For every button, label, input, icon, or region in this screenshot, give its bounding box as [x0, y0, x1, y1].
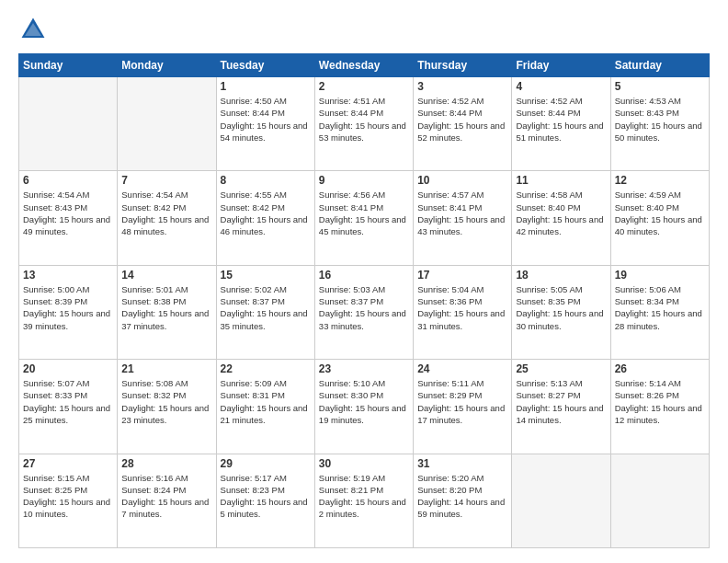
calendar-cell: 3Sunrise: 4:52 AMSunset: 8:44 PMDaylight…: [414, 77, 512, 171]
calendar-cell: 31Sunrise: 5:20 AMSunset: 8:20 PMDayligh…: [414, 454, 512, 547]
cell-details: Sunrise: 4:50 AMSunset: 8:44 PMDaylight:…: [221, 95, 311, 144]
calendar-cell: [610, 454, 709, 547]
cell-details: Sunrise: 4:56 AMSunset: 8:41 PMDaylight:…: [319, 189, 409, 237]
calendar-cell: 27Sunrise: 5:15 AMSunset: 8:25 PMDayligh…: [19, 454, 118, 547]
day-number: 24: [417, 362, 507, 375]
day-number: 12: [615, 174, 705, 187]
calendar-cell: [118, 77, 216, 171]
weekday-header: Sunday: [19, 54, 118, 77]
day-number: 16: [319, 269, 409, 282]
cell-details: Sunrise: 5:13 AMSunset: 8:27 PMDaylight:…: [516, 377, 606, 426]
weekday-header: Friday: [512, 54, 610, 77]
day-number: 2: [319, 80, 409, 93]
day-number: 11: [516, 174, 606, 187]
day-number: 20: [23, 362, 113, 375]
cell-details: Sunrise: 4:52 AMSunset: 8:44 PMDaylight:…: [516, 95, 606, 144]
cell-details: Sunrise: 5:09 AMSunset: 8:31 PMDaylight:…: [221, 377, 311, 426]
calendar-cell: 19Sunrise: 5:06 AMSunset: 8:34 PMDayligh…: [610, 265, 709, 359]
calendar-cell: 18Sunrise: 5:05 AMSunset: 8:35 PMDayligh…: [512, 265, 610, 359]
calendar-cell: 17Sunrise: 5:04 AMSunset: 8:36 PMDayligh…: [414, 265, 512, 359]
day-number: 25: [516, 362, 606, 375]
calendar-cell: 15Sunrise: 5:02 AMSunset: 8:37 PMDayligh…: [216, 265, 314, 359]
day-number: 21: [121, 362, 211, 375]
calendar-cell: [512, 454, 610, 547]
day-number: 4: [516, 80, 606, 93]
weekday-header: Monday: [118, 54, 216, 77]
calendar-week-row: 13Sunrise: 5:00 AMSunset: 8:39 PMDayligh…: [19, 265, 710, 359]
cell-details: Sunrise: 4:53 AMSunset: 8:43 PMDaylight:…: [615, 95, 705, 144]
calendar-week-row: 1Sunrise: 4:50 AMSunset: 8:44 PMDaylight…: [19, 77, 710, 171]
day-number: 7: [121, 174, 211, 187]
day-number: 6: [23, 174, 113, 187]
cell-details: Sunrise: 5:04 AMSunset: 8:36 PMDaylight:…: [417, 283, 507, 332]
cell-details: Sunrise: 5:03 AMSunset: 8:37 PMDaylight:…: [319, 283, 409, 332]
day-number: 13: [23, 269, 113, 282]
logo-icon: [18, 15, 48, 44]
cell-details: Sunrise: 5:19 AMSunset: 8:21 PMDaylight:…: [319, 472, 409, 521]
cell-details: Sunrise: 5:20 AMSunset: 8:20 PMDaylight:…: [417, 472, 507, 521]
calendar-cell: 1Sunrise: 4:50 AMSunset: 8:44 PMDaylight…: [216, 77, 314, 171]
day-number: 27: [23, 457, 113, 470]
calendar-week-row: 27Sunrise: 5:15 AMSunset: 8:25 PMDayligh…: [19, 454, 710, 547]
day-number: 18: [516, 269, 606, 282]
day-number: 22: [221, 362, 311, 375]
calendar-cell: 13Sunrise: 5:00 AMSunset: 8:39 PMDayligh…: [19, 265, 118, 359]
day-number: 5: [615, 80, 705, 93]
day-number: 26: [615, 362, 705, 375]
calendar-cell: 7Sunrise: 4:54 AMSunset: 8:42 PMDaylight…: [118, 171, 216, 265]
day-number: 28: [121, 457, 211, 470]
calendar-cell: 14Sunrise: 5:01 AMSunset: 8:38 PMDayligh…: [118, 265, 216, 359]
calendar-table: SundayMondayTuesdayWednesdayThursdayFrid…: [18, 53, 710, 548]
day-number: 30: [319, 457, 409, 470]
cell-details: Sunrise: 5:06 AMSunset: 8:34 PMDaylight:…: [615, 283, 705, 332]
cell-details: Sunrise: 5:01 AMSunset: 8:38 PMDaylight:…: [121, 283, 211, 332]
day-number: 19: [615, 269, 705, 282]
weekday-header: Tuesday: [216, 54, 314, 77]
cell-details: Sunrise: 4:52 AMSunset: 8:44 PMDaylight:…: [417, 95, 507, 144]
calendar-cell: 5Sunrise: 4:53 AMSunset: 8:43 PMDaylight…: [610, 77, 709, 171]
weekday-header: Saturday: [610, 54, 709, 77]
calendar-cell: 26Sunrise: 5:14 AMSunset: 8:26 PMDayligh…: [610, 360, 709, 454]
cell-details: Sunrise: 5:17 AMSunset: 8:23 PMDaylight:…: [221, 472, 311, 521]
calendar-cell: 12Sunrise: 4:59 AMSunset: 8:40 PMDayligh…: [610, 171, 709, 265]
calendar-cell: 30Sunrise: 5:19 AMSunset: 8:21 PMDayligh…: [314, 454, 413, 547]
cell-details: Sunrise: 5:10 AMSunset: 8:30 PMDaylight:…: [319, 377, 409, 426]
calendar-cell: 25Sunrise: 5:13 AMSunset: 8:27 PMDayligh…: [512, 360, 610, 454]
day-number: 15: [221, 269, 311, 282]
day-number: 3: [417, 80, 507, 93]
calendar-cell: 20Sunrise: 5:07 AMSunset: 8:33 PMDayligh…: [19, 360, 118, 454]
cell-details: Sunrise: 5:11 AMSunset: 8:29 PMDaylight:…: [417, 377, 507, 426]
day-number: 10: [417, 174, 507, 187]
day-number: 31: [417, 457, 507, 470]
page: SundayMondayTuesdayWednesdayThursdayFrid…: [0, 0, 728, 563]
cell-details: Sunrise: 5:08 AMSunset: 8:32 PMDaylight:…: [121, 377, 211, 426]
calendar-week-row: 6Sunrise: 4:54 AMSunset: 8:43 PMDaylight…: [19, 171, 710, 265]
day-number: 14: [121, 269, 211, 282]
cell-details: Sunrise: 4:54 AMSunset: 8:43 PMDaylight:…: [23, 189, 113, 237]
calendar-cell: 10Sunrise: 4:57 AMSunset: 8:41 PMDayligh…: [414, 171, 512, 265]
calendar-cell: 24Sunrise: 5:11 AMSunset: 8:29 PMDayligh…: [414, 360, 512, 454]
cell-details: Sunrise: 4:59 AMSunset: 8:40 PMDaylight:…: [615, 189, 705, 237]
weekday-header: Wednesday: [314, 54, 413, 77]
calendar-cell: 11Sunrise: 4:58 AMSunset: 8:40 PMDayligh…: [512, 171, 610, 265]
cell-details: Sunrise: 5:05 AMSunset: 8:35 PMDaylight:…: [516, 283, 606, 332]
cell-details: Sunrise: 5:02 AMSunset: 8:37 PMDaylight:…: [221, 283, 311, 332]
calendar-cell: 8Sunrise: 4:55 AMSunset: 8:42 PMDaylight…: [216, 171, 314, 265]
cell-details: Sunrise: 5:14 AMSunset: 8:26 PMDaylight:…: [615, 377, 705, 426]
calendar-cell: 29Sunrise: 5:17 AMSunset: 8:23 PMDayligh…: [216, 454, 314, 547]
weekday-header-row: SundayMondayTuesdayWednesdayThursdayFrid…: [19, 54, 710, 77]
calendar-cell: 9Sunrise: 4:56 AMSunset: 8:41 PMDaylight…: [314, 171, 413, 265]
weekday-header: Thursday: [414, 54, 512, 77]
day-number: 1: [221, 80, 311, 93]
cell-details: Sunrise: 4:58 AMSunset: 8:40 PMDaylight:…: [516, 189, 606, 237]
day-number: 17: [417, 269, 507, 282]
cell-details: Sunrise: 5:15 AMSunset: 8:25 PMDaylight:…: [23, 472, 113, 521]
calendar-cell: 28Sunrise: 5:16 AMSunset: 8:24 PMDayligh…: [118, 454, 216, 547]
calendar-week-row: 20Sunrise: 5:07 AMSunset: 8:33 PMDayligh…: [19, 360, 710, 454]
calendar-cell: 21Sunrise: 5:08 AMSunset: 8:32 PMDayligh…: [118, 360, 216, 454]
cell-details: Sunrise: 5:07 AMSunset: 8:33 PMDaylight:…: [23, 377, 113, 426]
calendar-cell: [19, 77, 118, 171]
calendar-cell: 22Sunrise: 5:09 AMSunset: 8:31 PMDayligh…: [216, 360, 314, 454]
calendar-cell: 2Sunrise: 4:51 AMSunset: 8:44 PMDaylight…: [314, 77, 413, 171]
cell-details: Sunrise: 5:00 AMSunset: 8:39 PMDaylight:…: [23, 283, 113, 332]
